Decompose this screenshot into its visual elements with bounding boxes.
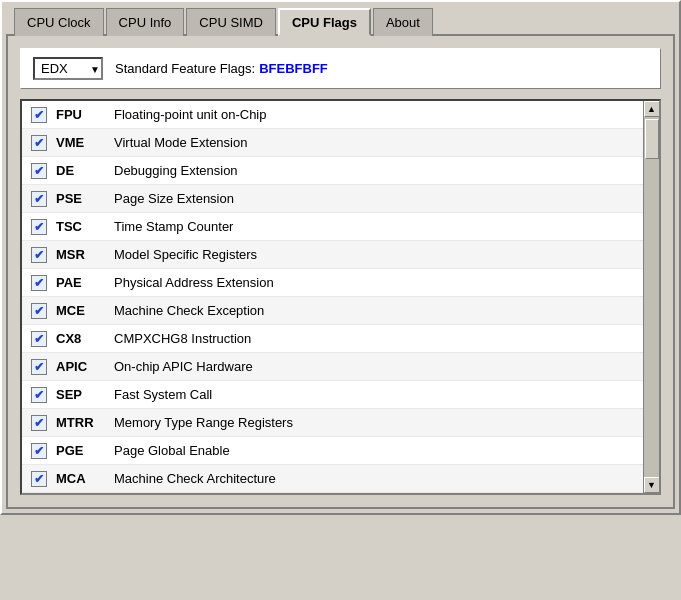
checkbox-cell: ✔ bbox=[28, 247, 50, 263]
feature-checkbox[interactable]: ✔ bbox=[31, 247, 47, 263]
scrollbar-track: ▲ ▼ bbox=[643, 101, 659, 493]
feature-checkbox[interactable]: ✔ bbox=[31, 471, 47, 487]
feature-name: CX8 bbox=[56, 331, 114, 346]
scrollbar-thumb[interactable] bbox=[645, 119, 659, 159]
checkbox-cell: ✔ bbox=[28, 303, 50, 319]
list-item: ✔PGEPage Global Enable bbox=[22, 437, 643, 465]
flag-value: BFEBFBFF bbox=[259, 61, 328, 76]
feature-name: VME bbox=[56, 135, 114, 150]
checkbox-cell: ✔ bbox=[28, 219, 50, 235]
check-mark-icon: ✔ bbox=[34, 249, 44, 261]
list-item: ✔MCAMachine Check Architecture bbox=[22, 465, 643, 493]
feature-name: PSE bbox=[56, 191, 114, 206]
scrollbar-area bbox=[644, 117, 660, 477]
feature-checkbox[interactable]: ✔ bbox=[31, 107, 47, 123]
feature-description: Floating-point unit on-Chip bbox=[114, 107, 266, 122]
feature-name: MTRR bbox=[56, 415, 114, 430]
feature-description: Virtual Mode Extension bbox=[114, 135, 247, 150]
feature-checkbox[interactable]: ✔ bbox=[31, 303, 47, 319]
list-item: ✔MCEMachine Check Exception bbox=[22, 297, 643, 325]
feature-description: Debugging Extension bbox=[114, 163, 238, 178]
feature-description: Model Specific Registers bbox=[114, 247, 257, 262]
tab-bar: CPU ClockCPU InfoCPU SIMDCPU FlagsAbout bbox=[6, 6, 675, 36]
register-select[interactable]: EAXEBXECXEDX bbox=[33, 57, 103, 80]
check-mark-icon: ✔ bbox=[34, 277, 44, 289]
feature-checkbox[interactable]: ✔ bbox=[31, 275, 47, 291]
flag-label: Standard Feature Flags: bbox=[115, 61, 255, 76]
feature-name: DE bbox=[56, 163, 114, 178]
feature-checkbox[interactable]: ✔ bbox=[31, 135, 47, 151]
feature-list[interactable]: ✔FPUFloating-point unit on-Chip✔VMEVirtu… bbox=[22, 101, 643, 493]
list-item: ✔VMEVirtual Mode Extension bbox=[22, 129, 643, 157]
checkbox-cell: ✔ bbox=[28, 275, 50, 291]
list-item: ✔APICOn-chip APIC Hardware bbox=[22, 353, 643, 381]
check-mark-icon: ✔ bbox=[34, 417, 44, 429]
list-item: ✔DEDebugging Extension bbox=[22, 157, 643, 185]
feature-checkbox[interactable]: ✔ bbox=[31, 387, 47, 403]
register-select-wrapper: EAXEBXECXEDX ▼ bbox=[33, 57, 103, 80]
feature-description: Page Size Extension bbox=[114, 191, 234, 206]
check-mark-icon: ✔ bbox=[34, 165, 44, 177]
check-mark-icon: ✔ bbox=[34, 193, 44, 205]
list-item: ✔MSRModel Specific Registers bbox=[22, 241, 643, 269]
feature-name: SEP bbox=[56, 387, 114, 402]
feature-description: Page Global Enable bbox=[114, 443, 230, 458]
feature-checkbox[interactable]: ✔ bbox=[31, 443, 47, 459]
list-item: ✔FPUFloating-point unit on-Chip bbox=[22, 101, 643, 129]
feature-description: Machine Check Exception bbox=[114, 303, 264, 318]
feature-checkbox[interactable]: ✔ bbox=[31, 163, 47, 179]
check-mark-icon: ✔ bbox=[34, 333, 44, 345]
feature-checkbox[interactable]: ✔ bbox=[31, 415, 47, 431]
scrollbar-down-button[interactable]: ▼ bbox=[644, 477, 660, 493]
feature-checkbox[interactable]: ✔ bbox=[31, 331, 47, 347]
tab-cpu-flags[interactable]: CPU Flags bbox=[278, 8, 371, 36]
tab-content-cpu-flags: EAXEBXECXEDX ▼ Standard Feature Flags: B… bbox=[6, 36, 675, 509]
feature-description: CMPXCHG8 Instruction bbox=[114, 331, 251, 346]
list-item: ✔SEPFast System Call bbox=[22, 381, 643, 409]
feature-checkbox[interactable]: ✔ bbox=[31, 191, 47, 207]
check-mark-icon: ✔ bbox=[34, 389, 44, 401]
list-item: ✔CX8CMPXCHG8 Instruction bbox=[22, 325, 643, 353]
feature-checkbox[interactable]: ✔ bbox=[31, 219, 47, 235]
checkbox-cell: ✔ bbox=[28, 331, 50, 347]
flag-selector-row: EAXEBXECXEDX ▼ Standard Feature Flags: B… bbox=[20, 48, 661, 89]
feature-list-wrapper: ✔FPUFloating-point unit on-Chip✔VMEVirtu… bbox=[20, 99, 661, 495]
feature-description: On-chip APIC Hardware bbox=[114, 359, 253, 374]
feature-checkbox[interactable]: ✔ bbox=[31, 359, 47, 375]
list-item: ✔TSCTime Stamp Counter bbox=[22, 213, 643, 241]
feature-name: APIC bbox=[56, 359, 114, 374]
checkbox-cell: ✔ bbox=[28, 387, 50, 403]
feature-name: PGE bbox=[56, 443, 114, 458]
list-item: ✔MTRRMemory Type Range Registers bbox=[22, 409, 643, 437]
feature-description: Fast System Call bbox=[114, 387, 212, 402]
check-mark-icon: ✔ bbox=[34, 361, 44, 373]
list-item: ✔PAEPhysical Address Extension bbox=[22, 269, 643, 297]
feature-name: FPU bbox=[56, 107, 114, 122]
check-mark-icon: ✔ bbox=[34, 473, 44, 485]
checkbox-cell: ✔ bbox=[28, 471, 50, 487]
tab-about[interactable]: About bbox=[373, 8, 433, 36]
feature-description: Physical Address Extension bbox=[114, 275, 274, 290]
check-mark-icon: ✔ bbox=[34, 109, 44, 121]
feature-description: Memory Type Range Registers bbox=[114, 415, 293, 430]
checkbox-cell: ✔ bbox=[28, 443, 50, 459]
feature-name: MCE bbox=[56, 303, 114, 318]
main-window: CPU ClockCPU InfoCPU SIMDCPU FlagsAbout … bbox=[0, 0, 681, 515]
check-mark-icon: ✔ bbox=[34, 137, 44, 149]
checkbox-cell: ✔ bbox=[28, 107, 50, 123]
check-mark-icon: ✔ bbox=[34, 445, 44, 457]
checkbox-cell: ✔ bbox=[28, 415, 50, 431]
check-mark-icon: ✔ bbox=[34, 221, 44, 233]
checkbox-cell: ✔ bbox=[28, 163, 50, 179]
scrollbar-up-button[interactable]: ▲ bbox=[644, 101, 660, 117]
feature-description: Time Stamp Counter bbox=[114, 219, 233, 234]
feature-name: TSC bbox=[56, 219, 114, 234]
checkbox-cell: ✔ bbox=[28, 135, 50, 151]
feature-name: MCA bbox=[56, 471, 114, 486]
check-mark-icon: ✔ bbox=[34, 305, 44, 317]
tab-cpu-simd[interactable]: CPU SIMD bbox=[186, 8, 276, 36]
tab-cpu-clock[interactable]: CPU Clock bbox=[14, 8, 104, 36]
feature-name: MSR bbox=[56, 247, 114, 262]
feature-name: PAE bbox=[56, 275, 114, 290]
tab-cpu-info[interactable]: CPU Info bbox=[106, 8, 185, 36]
